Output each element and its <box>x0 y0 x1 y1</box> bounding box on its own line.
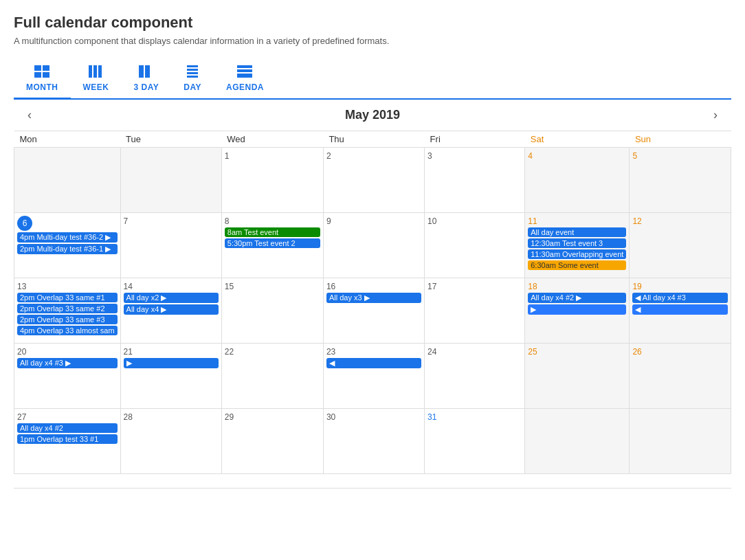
weekday-sat: Sat <box>525 131 630 148</box>
tab-month[interactable]: MONTH <box>14 60 71 100</box>
event-some-event[interactable]: 6:30am Some event <box>528 260 626 270</box>
event-overlap33-almost[interactable]: 4pm Overlap 33 almost sam <box>17 326 118 335</box>
cell-jun1[interactable] <box>525 409 630 474</box>
cell-may27[interactable]: 27 All day x4 #2 1pm Overlap test 33 #1 <box>14 409 121 474</box>
event-cont-21[interactable] <box>124 358 219 368</box>
cell-may2[interactable]: 2 <box>323 148 424 213</box>
event-allday-x2[interactable]: All day x2 <box>124 293 219 303</box>
week-row-1: 1 2 3 4 5 <box>14 148 731 213</box>
cell-may10[interactable]: 10 <box>425 213 525 278</box>
cell-may6[interactable]: 6 4pm Multi-day test #36-2 2pm Multi-day… <box>14 213 121 278</box>
event-overlap33-3[interactable]: 2pm Overlap 33 same #3 <box>17 315 118 324</box>
cell-may25[interactable]: 25 <box>525 344 630 409</box>
agenda-icon <box>237 65 252 81</box>
cell-may22[interactable]: 22 <box>221 344 323 409</box>
tab-3day-label: 3 DAY <box>134 82 159 92</box>
cell-apr29[interactable] <box>14 148 121 213</box>
next-month-button[interactable]: › <box>707 105 724 125</box>
weekday-fri: Fri <box>425 131 525 148</box>
cell-may11[interactable]: 11 All day event 12:30am Test event 3 11… <box>525 213 630 278</box>
cell-may16[interactable]: 16 All day x3 <box>323 278 424 344</box>
event-overlap-test-33[interactable]: 1pm Overlap test 33 #1 <box>17 434 118 444</box>
event-multiday-36-2[interactable]: 4pm Multi-day test #36-2 <box>17 232 118 243</box>
cell-may4[interactable]: 4 <box>525 148 630 213</box>
event-overlap33-2[interactable]: 2pm Overlap 33 same #2 <box>17 304 118 313</box>
cell-may15[interactable]: 15 <box>221 278 323 344</box>
event-overlapping[interactable]: 11:30am Overlapping event <box>528 249 626 259</box>
calendar-container: ‹ May 2019 › Mon Tue Wed Thu Fri Sat Sun <box>14 100 731 474</box>
cell-may21[interactable]: 21 <box>120 344 221 409</box>
cell-may30[interactable]: 30 <box>323 409 424 474</box>
day-number: 31 <box>427 412 436 422</box>
3day-icon <box>139 65 154 81</box>
svg-rect-6 <box>98 65 102 78</box>
svg-rect-3 <box>43 72 49 78</box>
cell-may20[interactable]: 20 All day x4 #3 <box>14 344 121 409</box>
prev-month-button[interactable]: ‹ <box>21 105 38 125</box>
cell-may18[interactable]: 18 All day x4 #2 <box>525 278 630 344</box>
event-test-event-3[interactable]: 12:30am Test event 3 <box>528 238 626 248</box>
page-subtitle: A multifunction component that displays … <box>14 36 731 46</box>
tab-week[interactable]: WEEK <box>71 60 122 100</box>
day-number: 4 <box>528 151 533 161</box>
event-test-event[interactable]: 8am Test event <box>225 227 320 237</box>
cell-may1[interactable]: 1 <box>221 148 323 213</box>
event-overlap33-1[interactable]: 2pm Overlap 33 same #1 <box>17 293 118 302</box>
cell-may26[interactable]: 26 <box>630 344 731 409</box>
cell-may14[interactable]: 14 All day x2 All day x4 <box>120 278 221 344</box>
day-number: 10 <box>427 216 436 226</box>
cell-may8[interactable]: 8 8am Test event 5:30pm Test event 2 <box>221 213 323 278</box>
event-all-day[interactable]: All day event <box>528 227 626 237</box>
day-number: 14 <box>124 282 133 291</box>
cell-may17[interactable]: 17 <box>425 278 525 344</box>
event-allday-x4-2-w5[interactable]: All day x4 #2 <box>17 423 118 433</box>
cell-may23[interactable]: 23 <box>323 344 424 409</box>
event-allday-x3[interactable]: All day x3 <box>326 293 421 303</box>
cell-may3[interactable]: 3 <box>425 148 525 213</box>
day-number: 7 <box>124 216 129 226</box>
week-icon <box>89 65 104 81</box>
event-allday-x4-3b[interactable] <box>632 304 728 315</box>
svg-rect-1 <box>43 65 49 71</box>
event-allday-x4[interactable]: All day x4 <box>124 304 219 315</box>
tab-month-label: MONTH <box>26 82 58 92</box>
cell-may28[interactable]: 28 <box>120 409 221 474</box>
calendar-title: May 2019 <box>345 108 400 122</box>
day-number: 17 <box>427 282 436 291</box>
cell-may5[interactable]: 5 <box>630 148 731 213</box>
cell-may12[interactable]: 12 <box>630 213 731 278</box>
tab-day[interactable]: DAY <box>171 60 214 100</box>
cell-may29[interactable]: 29 <box>221 409 323 474</box>
tab-agenda[interactable]: AGENDA <box>214 60 276 100</box>
day-number: 21 <box>124 347 133 357</box>
cell-apr30[interactable] <box>120 148 221 213</box>
weekday-wed: Wed <box>221 131 323 148</box>
cell-may24[interactable]: 24 <box>425 344 525 409</box>
weekday-mon: Mon <box>14 131 121 148</box>
event-test-event-2[interactable]: 5:30pm Test event 2 <box>225 238 320 248</box>
cell-jun2[interactable] <box>630 409 731 474</box>
event-multiday-36-1[interactable]: 2pm Multi-day test #36-1 <box>17 244 118 254</box>
day-number: 11 <box>528 216 537 226</box>
day-number: 19 <box>632 282 641 291</box>
week-row-4: 20 All day x4 #3 21 22 23 24 <box>14 344 731 409</box>
day-number: 25 <box>528 347 537 357</box>
tab-3day[interactable]: 3 DAY <box>122 60 172 100</box>
tab-agenda-label: AGENDA <box>226 82 264 92</box>
cell-may7[interactable]: 7 <box>120 213 221 278</box>
cell-may19[interactable]: 19 All day x4 #3 <box>630 278 731 344</box>
cell-may13[interactable]: 13 2pm Overlap 33 same #1 2pm Overlap 33… <box>14 278 121 344</box>
day-icon <box>185 65 200 81</box>
svg-rect-8 <box>145 65 150 78</box>
event-allday-x4-2b[interactable] <box>528 304 626 315</box>
day-number: 26 <box>632 347 641 357</box>
event-allday-x4-3[interactable]: All day x4 #3 <box>632 293 728 303</box>
cell-may31[interactable]: 31 <box>425 409 525 474</box>
page-title: Full calendar component <box>14 14 731 32</box>
cell-may9[interactable]: 9 <box>323 213 424 278</box>
event-allday-x4-2[interactable]: All day x4 #2 <box>528 293 626 303</box>
event-allday-x4-3-w4[interactable]: All day x4 #3 <box>17 358 118 368</box>
svg-rect-12 <box>187 76 198 78</box>
event-cont-23[interactable] <box>326 358 421 368</box>
svg-rect-14 <box>237 69 252 72</box>
